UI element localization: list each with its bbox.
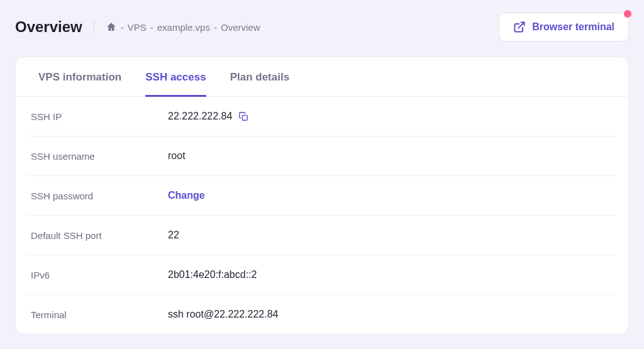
- header-left: Overview - VPS - example.vps - Overview: [15, 18, 260, 36]
- divider: [94, 19, 94, 35]
- breadcrumb-item-vps[interactable]: VPS: [128, 22, 147, 33]
- ipv6-value: 2b01:4e20:f:abcd::2: [168, 269, 257, 280]
- ssh-password-label: SSH password: [31, 191, 168, 201]
- ssh-ip-label: SSH IP: [31, 111, 168, 122]
- home-icon[interactable]: [106, 21, 117, 33]
- ssh-ip-value: 22.222.222.84: [168, 111, 232, 122]
- ssh-access-panel: SSH IP 22.222.222.84 SSH username root S…: [16, 97, 628, 334]
- row-terminal: Terminal ssh root@22.222.222.84: [27, 295, 617, 334]
- terminal-value: ssh root@22.222.222.84: [168, 309, 278, 320]
- overview-card: VPS information SSH access Plan details …: [15, 57, 629, 335]
- ssh-ip-value-wrap: 22.222.222.84: [168, 111, 249, 122]
- ssh-username-label: SSH username: [31, 151, 168, 162]
- tab-plan-details[interactable]: Plan details: [230, 57, 289, 97]
- breadcrumb: - VPS - example.vps - Overview: [106, 21, 260, 33]
- row-ipv6: IPv6 2b01:4e20:f:abcd::2: [27, 255, 617, 295]
- svg-line-0: [519, 23, 525, 28]
- page-header: Overview - VPS - example.vps - Overview …: [0, 0, 644, 52]
- browser-terminal-label: Browser terminal: [532, 21, 614, 33]
- ssh-port-label: Default SSH port: [31, 230, 168, 241]
- tab-vps-information[interactable]: VPS information: [38, 57, 121, 97]
- breadcrumb-item-hostname[interactable]: example.vps: [157, 22, 210, 33]
- svg-rect-1: [243, 115, 248, 120]
- tab-bar: VPS information SSH access Plan details: [16, 57, 628, 97]
- change-password-link[interactable]: Change: [168, 190, 205, 201]
- breadcrumb-sep: -: [150, 22, 153, 33]
- row-ssh-ip: SSH IP 22.222.222.84: [27, 97, 617, 136]
- row-ssh-password: SSH password Change: [27, 176, 617, 216]
- ssh-username-value: root: [168, 150, 186, 162]
- ipv6-label: IPv6: [31, 270, 168, 280]
- terminal-label: Terminal: [31, 309, 168, 320]
- breadcrumb-item-overview[interactable]: Overview: [221, 22, 260, 33]
- row-ssh-port: Default SSH port 22: [27, 216, 617, 255]
- tab-ssh-access[interactable]: SSH access: [145, 57, 206, 97]
- breadcrumb-sep: -: [214, 22, 217, 33]
- ssh-port-value: 22: [168, 230, 179, 241]
- external-link-icon: [513, 21, 526, 33]
- page-title: Overview: [15, 18, 82, 36]
- copy-icon[interactable]: [238, 111, 249, 122]
- breadcrumb-sep: -: [121, 22, 124, 33]
- notification-dot-icon: [624, 10, 631, 18]
- row-ssh-username: SSH username root: [27, 136, 617, 176]
- browser-terminal-button[interactable]: Browser terminal: [499, 13, 629, 42]
